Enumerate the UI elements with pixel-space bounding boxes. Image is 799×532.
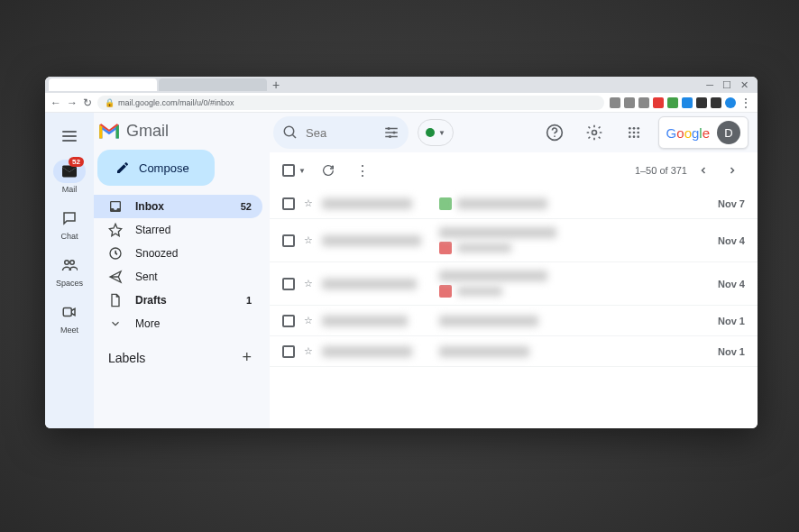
extension-icon[interactable] [638,97,649,108]
close-button[interactable]: ✕ [740,79,748,91]
extension-icons: ⋮ [610,96,752,110]
rail-meet[interactable]: Meet [48,295,91,340]
maximize-button[interactable]: ☐ [722,79,731,91]
chevron-down-icon: ▼ [295,167,309,175]
meet-icon [61,304,78,320]
search-input[interactable] [306,126,360,140]
main-pane: ▼ Google D ▼ ⋮ 1–50 of 371 [270,113,758,428]
rail-mail[interactable]: 52 Mail [48,154,91,199]
browser-window: + ─ ☐ ✕ ← → ↻ 🔒 mail.google.com/mail/u/0… [45,77,758,428]
more-button[interactable]: ⋮ [347,155,378,186]
browser-menu-icon[interactable]: ⋮ [739,96,752,110]
pager-range: 1–50 of 371 [635,165,687,176]
more-icon: ⋮ [355,162,370,179]
send-icon [108,270,123,284]
row-checkbox[interactable] [282,315,295,327]
mail-row[interactable]: ☆ Nov 4 [270,262,758,306]
nav-label: Snoozed [135,247,178,260]
select-all[interactable]: ▼ [282,164,309,177]
sender-text [322,279,417,289]
svg-rect-2 [63,308,71,316]
rail-label: Mail [62,185,78,194]
star-icon[interactable]: ☆ [304,345,313,357]
minimize-button[interactable]: ─ [706,79,713,91]
refresh-button[interactable] [313,155,344,186]
new-tab-button[interactable]: + [269,78,283,92]
chip-icon [439,242,452,254]
app-rail: 52 Mail Chat Spaces Meet [45,113,94,428]
mail-date: Nov 1 [705,316,745,326]
extension-icon[interactable] [667,97,678,108]
extension-icon[interactable] [624,97,635,108]
nav-count: 1 [246,295,252,306]
extension-icon[interactable] [696,97,707,108]
extension-icon[interactable] [711,97,721,108]
svg-point-0 [65,261,69,265]
svg-point-18 [632,135,635,138]
status-pill[interactable]: ▼ [418,119,454,146]
svg-point-10 [592,131,596,135]
chevron-down-icon [108,316,123,331]
extension-icon[interactable] [610,97,620,108]
extension-icon[interactable] [653,97,664,108]
row-checkbox[interactable] [282,234,295,247]
rail-spaces[interactable]: Spaces [48,248,91,293]
mail-date: Nov 4 [705,279,745,289]
google-logo-text: Google [666,125,710,141]
svg-point-14 [629,132,631,134]
rail-chat[interactable]: Chat [48,201,91,246]
star-icon[interactable]: ☆ [304,278,313,289]
row-checkbox[interactable] [282,197,295,210]
svg-point-7 [389,135,391,138]
nav-drafts[interactable]: Drafts 1 [94,289,262,312]
star-icon[interactable]: ☆ [304,315,313,326]
search-box[interactable] [273,116,409,149]
gmail-logo[interactable]: Gmail [94,118,262,150]
mail-row[interactable]: ☆ Nov 4 [270,219,758,262]
mail-badge: 52 [69,157,84,167]
row-checkbox[interactable] [282,345,295,358]
mail-row[interactable]: ☆ Nov 1 [270,336,758,367]
back-button[interactable]: ← [51,96,61,109]
row-checkbox[interactable] [282,278,295,290]
browser-tab[interactable] [49,78,157,91]
add-label-button[interactable]: + [242,348,252,367]
nav-inbox[interactable]: Inbox 52 [94,195,262,218]
rail-label: Meet [60,326,78,335]
url-input[interactable]: 🔒 mail.google.com/mail/u/0/#inbox [97,96,604,110]
nav-sent[interactable]: Sent [94,265,262,289]
mail-row[interactable]: ☆ Nov 1 [270,306,758,336]
reload-button[interactable]: ↻ [83,96,92,109]
search-options-icon[interactable] [383,124,400,141]
chip-icon [439,285,452,298]
avatar[interactable]: D [717,121,740,144]
nav-starred[interactable]: Starred [94,218,262,242]
star-icon[interactable]: ☆ [304,234,313,246]
nav-more[interactable]: More [94,312,262,335]
settings-button[interactable] [579,117,610,148]
chevron-left-icon [698,165,709,176]
star-icon[interactable]: ☆ [304,197,313,209]
prev-page-button[interactable] [691,158,716,183]
labels-title: Labels [108,351,145,365]
main-menu-button[interactable] [53,120,86,152]
mail-row[interactable]: ☆ Nov 7 [270,188,758,219]
extension-icon[interactable] [682,97,693,108]
browser-tab[interactable] [159,78,267,91]
forward-button[interactable]: → [67,96,78,109]
svg-point-13 [637,127,639,130]
profile-icon[interactable] [725,97,736,108]
nav-snoozed[interactable]: Snoozed [94,242,262,265]
apps-button[interactable] [619,117,649,148]
rail-label: Spaces [56,279,83,288]
chevron-right-icon [727,165,738,176]
compose-button[interactable]: Compose [97,150,215,186]
chat-icon [61,210,78,226]
sidebar: Gmail Compose Inbox 52 Starred Snoo [94,113,270,428]
subject-text [457,198,547,209]
google-account-badge[interactable]: Google D [658,116,748,149]
sender-text [322,198,412,209]
next-page-button[interactable] [720,158,745,183]
svg-point-19 [637,135,639,138]
support-button[interactable] [539,117,570,148]
